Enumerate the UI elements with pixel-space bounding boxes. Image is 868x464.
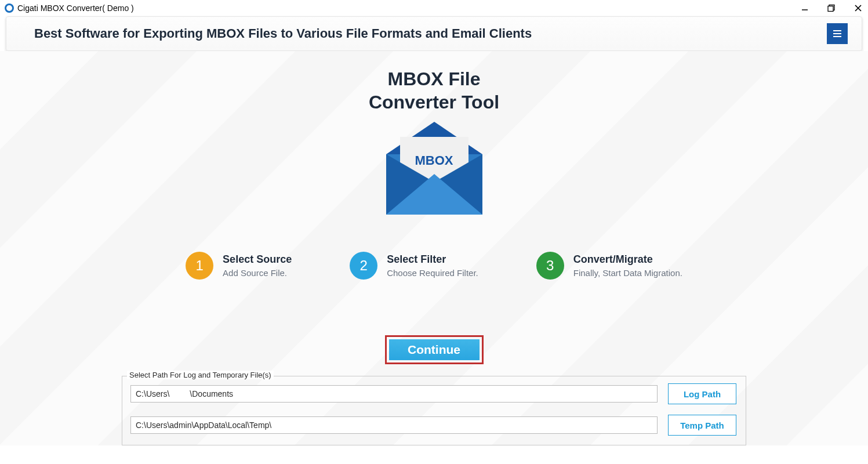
step-2-number: 2 xyxy=(350,252,377,280)
continue-button[interactable]: Continue xyxy=(389,339,480,360)
close-button[interactable] xyxy=(853,3,863,13)
maximize-button[interactable] xyxy=(826,3,837,13)
step-2: 2 Select Filter Choose Required Filter. xyxy=(350,252,478,280)
temp-path-input[interactable] xyxy=(130,416,658,434)
temp-path-button[interactable]: Temp Path xyxy=(668,415,736,436)
window-titlebar: Cigati MBOX Converter( Demo ) xyxy=(0,0,868,16)
step-2-subtitle: Choose Required Filter. xyxy=(387,268,478,278)
log-path-input[interactable] xyxy=(130,385,658,403)
step-3: 3 Convert/Migrate Finally, Start Data Mi… xyxy=(536,252,682,280)
step-2-title: Select Filter xyxy=(387,253,478,266)
step-3-subtitle: Finally, Start Data Migration. xyxy=(573,268,682,278)
hero-title: MBOX File Converter Tool xyxy=(0,67,868,114)
step-1: 1 Select Source Add Source File. xyxy=(186,252,292,280)
hero-title-line1: MBOX File xyxy=(0,67,868,90)
paths-legend: Select Path For Log and Temporary File(s… xyxy=(127,371,274,379)
app-logo-icon xyxy=(5,3,14,13)
step-1-title: Select Source xyxy=(223,253,292,266)
minimize-button[interactable] xyxy=(800,3,810,13)
log-path-button[interactable]: Log Path xyxy=(668,383,736,404)
paths-fieldset: Select Path For Log and Temporary File(s… xyxy=(122,376,746,445)
steps-row: 1 Select Source Add Source File. 2 Selec… xyxy=(0,252,868,280)
window-title: Cigati MBOX Converter( Demo ) xyxy=(17,3,134,13)
header-banner: Best Software for Exporting MBOX Files t… xyxy=(6,16,862,51)
step-3-number: 3 xyxy=(536,252,564,280)
main-content: MBOX File Converter Tool MBOX 1 Select S… xyxy=(0,51,868,445)
envelope-illustration: MBOX xyxy=(0,122,868,226)
step-1-subtitle: Add Source File. xyxy=(223,268,292,278)
continue-highlight-box: Continue xyxy=(385,335,484,364)
step-1-number: 1 xyxy=(186,252,213,280)
header-title: Best Software for Exporting MBOX Files t… xyxy=(34,26,532,41)
menu-button[interactable] xyxy=(827,23,848,44)
hero-title-line2: Converter Tool xyxy=(0,90,868,114)
step-3-title: Convert/Migrate xyxy=(573,253,682,266)
svg-rect-2 xyxy=(828,6,833,12)
